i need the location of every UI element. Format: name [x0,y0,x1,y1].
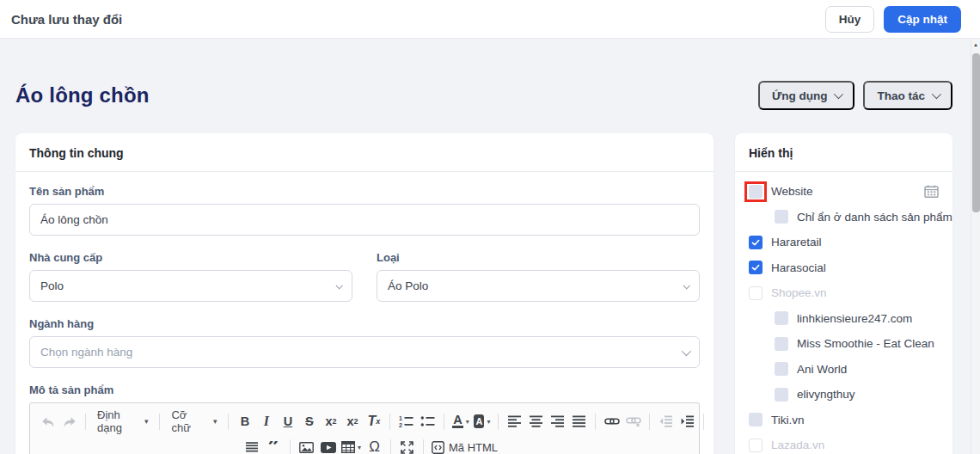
vendor-label: Nhà cung cấp [29,251,352,264]
miss-smoothie-eat-clean-checkbox[interactable] [775,337,788,351]
channel-label: Miss Smoothie - Eat Clean [797,337,934,350]
vertical-scrollbar[interactable]: ▲ [971,39,980,454]
topbar-actions: Hủy Cập nhật [825,6,961,33]
background-color-glyph: A [474,414,484,428]
superscript-base: x [346,414,353,428]
toolbar-separator [595,414,596,430]
vendor-select[interactable]: Polo [29,270,352,302]
image-icon[interactable] [296,436,317,454]
toolbar-separator [85,414,86,430]
italic-icon[interactable]: I [255,410,277,433]
chevron-down-icon [834,89,843,99]
fontsize-dropdown[interactable]: Cỡ chữ ▾ [165,410,223,433]
strikethrough-icon[interactable]: S [298,410,320,433]
toolbar-separator [290,439,291,454]
checkbox-wrap [749,413,763,426]
superscript-digit: 2 [353,417,358,426]
website-checkbox[interactable] [749,185,763,199]
update-button[interactable]: Cập nhật [884,6,961,33]
line-height-icon[interactable] [242,436,263,454]
text-color-icon[interactable]: A ▾ [450,410,471,433]
editor-toolbar-row-2: ” ▾ Ω [37,434,692,454]
fontsize-dropdown-label: Cỡ chữ [171,408,190,434]
elivyngthuy-checkbox[interactable] [775,388,788,402]
hararetail-checkbox[interactable] [749,236,763,249]
undo-icon[interactable] [37,410,58,433]
channel-row-chi-an-o-danh-sach-san-pham: Chỉ ẩn ở danh sách sản phẩm [735,205,952,230]
chi-an-o-danh-sach-san-pham-checkbox[interactable] [775,210,788,224]
tiki-vn-checkbox[interactable] [749,413,763,426]
apps-dropdown-button[interactable]: Ứng dụng [758,81,854,110]
outdent-icon[interactable] [655,410,677,433]
toolbar-separator [389,414,390,430]
blockquote-icon[interactable]: ” [263,441,285,453]
background-color-icon[interactable]: A ▾ [471,410,493,433]
editor-toolbar-row-1: Định dạng ▾ Cỡ chữ ▾ B I U [37,408,692,434]
description-label: Mô tả sản phẩm [29,383,700,396]
channel-row-elivyngthuy: elivyngthuy [735,382,952,408]
bold-icon[interactable]: B [234,410,255,433]
underline-icon[interactable]: U [277,410,298,433]
justify-icon[interactable] [568,410,590,433]
lazada-vn-checkbox[interactable] [749,439,763,452]
table-icon[interactable]: ▾ [339,436,364,454]
visibility-channel-list: WebsiteChỉ ẩn ở danh sách sản phẩmHarare… [735,172,952,454]
scrollbar-thumb[interactable] [972,53,980,212]
toolbar-separator [498,414,499,430]
checkbox-wrap [749,439,763,452]
channel-label: Shopee.vn [771,286,827,299]
channel-label: elivyngthuy [797,388,855,401]
subscript-icon[interactable]: x2 [320,410,341,433]
checkbox-wrap [775,362,788,376]
html-source-button[interactable]: Mã HTML [429,436,500,454]
align-right-icon[interactable] [547,410,568,433]
toolbar-separator [228,414,229,430]
superscript-icon[interactable]: x2 [341,410,363,433]
type-select-value: Áo Polo [388,279,428,292]
indent-icon[interactable] [677,410,698,433]
channel-label: Hararetail [771,236,822,248]
format-dropdown[interactable]: Định dạng ▾ [91,410,154,433]
visibility-card-title: Hiển thị [735,133,952,172]
checkbox-wrap [775,210,788,224]
shopee-vn-checkbox[interactable] [749,286,763,300]
caret-down-icon: ▾ [466,418,469,426]
visibility-card: Hiển thị WebsiteChỉ ẩn ở danh sách sản p… [735,133,952,454]
toolbar-separator [703,414,704,430]
remove-format-icon[interactable]: Tx [363,410,384,433]
bullet-list-icon[interactable] [417,410,438,433]
toolbar-separator [390,439,391,454]
toolbar-separator [444,414,444,430]
channel-row-ani-world: Ani World [735,357,952,383]
align-left-icon[interactable] [504,410,525,433]
link-icon[interactable] [601,410,622,433]
general-info-card: Thông tin chung Tên sản phẩm Nhà cung cấ… [15,133,714,454]
text-color-glyph: A [452,414,462,428]
actions-dropdown-button[interactable]: Thao tác [863,81,952,110]
caret-down-icon: ▾ [358,444,361,451]
calendar-schedule-icon[interactable] [924,185,939,198]
channel-label: Lazada.vn [771,439,824,451]
product-name-input[interactable] [29,204,700,236]
align-center-icon[interactable] [525,410,547,433]
type-select[interactable]: Áo Polo [377,270,700,302]
special-char-icon[interactable]: Ω [364,436,385,454]
channel-label: Website [771,185,813,198]
ordered-list-icon[interactable]: 12 [395,410,417,433]
unlink-icon[interactable] [622,410,644,433]
checkbox-wrap [775,311,788,325]
checkbox-wrap [775,388,788,402]
harasocial-checkbox[interactable] [749,261,763,274]
cancel-button[interactable]: Hủy [825,6,875,33]
product-name-label: Tên sản phẩm [29,185,700,198]
channel-label: Chỉ ẩn ở danh sách sản phẩm [797,211,952,224]
channel-row-harasocial: Harasocial [735,255,952,281]
youtube-icon[interactable] [317,436,339,454]
category-select[interactable]: Chọn ngành hàng [29,336,700,368]
linhkiensieure247-com-checkbox[interactable] [775,311,788,325]
redo-icon[interactable] [58,410,80,433]
ani-world-checkbox[interactable] [775,362,788,376]
scrollbar-up-arrow-icon[interactable]: ▲ [971,39,980,50]
fullscreen-icon[interactable] [396,436,418,454]
page-title: Áo lông chồn [15,83,150,107]
